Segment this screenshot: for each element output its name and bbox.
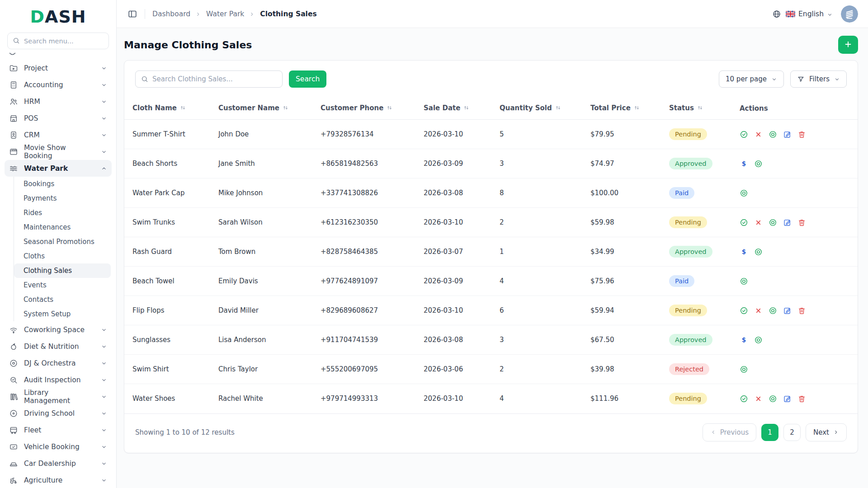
- table-search-input[interactable]: [135, 70, 283, 88]
- car-icon: [9, 459, 18, 468]
- column-header-sale-date[interactable]: Sale Date: [415, 98, 491, 120]
- reject-action-button[interactable]: [754, 306, 763, 315]
- sidebar-subitem-payments[interactable]: Payments: [14, 191, 111, 206]
- sidebar-item-agriculture[interactable]: Agriculture: [5, 472, 112, 488]
- column-header-total-price[interactable]: Total Price: [582, 98, 661, 120]
- view-action-button[interactable]: [769, 306, 777, 315]
- reject-action-button[interactable]: [754, 218, 763, 227]
- filters-button[interactable]: Filters: [790, 70, 847, 88]
- breadcrumb-water-park[interactable]: Water Park: [206, 10, 244, 18]
- edit-action-button[interactable]: [783, 306, 792, 315]
- page-button-1[interactable]: 1: [761, 424, 778, 441]
- delete-action-button[interactable]: [797, 306, 806, 315]
- view-action-button[interactable]: [740, 277, 748, 286]
- cell-quantity-sold: 5: [491, 120, 582, 149]
- sidebar-subitem-cloths[interactable]: Cloths: [14, 249, 111, 263]
- sidebar-item-hrm[interactable]: HRM: [5, 93, 112, 110]
- sidebar-item-project[interactable]: Project: [5, 60, 112, 76]
- column-header-cloth-name[interactable]: Cloth Name: [124, 98, 210, 120]
- sidebar-item-movie-show-booking[interactable]: Movie Show Booking: [5, 143, 112, 160]
- sidebar-subitem-rides[interactable]: Rides: [14, 206, 111, 220]
- delete-action-button[interactable]: [797, 394, 806, 403]
- sidebar-subitem-bookings[interactable]: Bookings: [14, 177, 111, 191]
- previous-page-button[interactable]: Previous: [703, 423, 756, 441]
- view-action-button[interactable]: [769, 130, 777, 139]
- next-page-button[interactable]: Next: [806, 423, 847, 441]
- cell-customer-phone: +865819482563: [312, 149, 415, 178]
- reject-action-button[interactable]: [754, 130, 763, 139]
- add-record-button[interactable]: [838, 36, 858, 54]
- sidebar-subitem-maintenances[interactable]: Maintenances: [14, 220, 111, 235]
- sidebar-subitem-seasonal-promotions[interactable]: Seasonal Promotions: [14, 235, 111, 249]
- sidebar-item-diet-nutrition[interactable]: Diet & Nutrition: [5, 338, 112, 355]
- sidebar-item-crm[interactable]: CRM: [5, 127, 112, 143]
- sidebar-item-label: Vehicle Booking: [24, 443, 80, 451]
- sidebar-item-fleet[interactable]: Fleet: [5, 422, 112, 438]
- sidebar-item-water-park[interactable]: Water Park: [5, 160, 112, 177]
- cell-quantity-sold: 2: [491, 208, 582, 237]
- sidebar-item-coworking-space[interactable]: Coworking Space: [5, 321, 112, 338]
- column-header-actions: Actions: [731, 98, 858, 120]
- edit-action-button[interactable]: [783, 218, 792, 227]
- view-action-button[interactable]: [769, 218, 777, 227]
- cell-status: Paid: [661, 267, 731, 296]
- sidebar-subitem-system-setup[interactable]: System Setup: [14, 307, 111, 321]
- edit-action-button[interactable]: [783, 394, 792, 403]
- sort-icon: [282, 104, 289, 113]
- pay-action-button[interactable]: $: [740, 248, 748, 256]
- view-action-button[interactable]: [740, 365, 748, 374]
- sidebar-search-input[interactable]: [7, 33, 109, 49]
- view-action-button[interactable]: [740, 189, 748, 197]
- approve-action-button[interactable]: [740, 306, 748, 315]
- approve-action-button[interactable]: [740, 218, 748, 227]
- column-header-customer-name[interactable]: Customer Name: [210, 98, 312, 120]
- sidebar-item-accounting[interactable]: Accounting: [5, 76, 112, 93]
- delete-action-button[interactable]: [797, 218, 806, 227]
- approve-action-button[interactable]: [740, 394, 748, 403]
- sidebar-item-dj-orchestra[interactable]: DJ & Orchestra: [5, 355, 112, 371]
- pos-icon: [9, 114, 18, 123]
- breadcrumb-dashboard[interactable]: Dashboard: [152, 10, 190, 18]
- edit-action-button[interactable]: [783, 130, 792, 139]
- cell-cloth-name: Summer T-Shirt: [124, 120, 210, 149]
- column-label: Actions: [740, 104, 768, 113]
- sidebar-item-vehicle-booking[interactable]: Vehicle Booking: [5, 438, 112, 455]
- language-selector[interactable]: English: [786, 10, 833, 18]
- per-page-select[interactable]: 10 per page: [719, 70, 784, 88]
- sidebar-item-audit-inspection[interactable]: Audit Inspection: [5, 371, 112, 388]
- sidebar-item-driving-school[interactable]: Driving School: [5, 405, 112, 422]
- sidebar-subitem-contacts[interactable]: Contacts: [14, 292, 111, 307]
- sidebar-item-pos[interactable]: POS: [5, 110, 112, 127]
- avatar[interactable]: [841, 5, 858, 23]
- cell-customer-name: Sarah Wilson: [210, 208, 312, 237]
- pay-action-button[interactable]: $: [740, 160, 748, 168]
- cell-sale-date: 2026-03-08: [415, 325, 491, 355]
- sidebar-toggle-icon[interactable]: [127, 9, 137, 19]
- sidebar-subitem-clothing-sales[interactable]: Clothing Sales: [14, 263, 111, 278]
- pay-action-button[interactable]: $: [740, 336, 748, 344]
- view-action-button[interactable]: [754, 248, 763, 256]
- globe-icon[interactable]: [772, 9, 781, 19]
- cell-actions: $: [731, 149, 858, 178]
- status-badge: Approved: [669, 246, 712, 258]
- approve-action-button[interactable]: [740, 130, 748, 139]
- view-action-button[interactable]: [769, 394, 777, 403]
- sidebar-item-library-management[interactable]: Library Management: [5, 388, 112, 405]
- search-button[interactable]: Search: [289, 70, 326, 88]
- cell-status: Approved: [661, 237, 731, 267]
- delete-action-button[interactable]: [797, 130, 806, 139]
- search-icon: [12, 37, 20, 45]
- view-action-button[interactable]: [754, 160, 763, 168]
- chevron-down-icon: [101, 394, 107, 400]
- clothing-sales-table: Cloth NameCustomer NameCustomer PhoneSal…: [124, 98, 858, 413]
- cell-status: Pending: [661, 384, 731, 413]
- cell-quantity-sold: 4: [491, 267, 582, 296]
- column-header-customer-phone[interactable]: Customer Phone: [312, 98, 415, 120]
- column-header-status[interactable]: Status: [661, 98, 731, 120]
- page-button-2[interactable]: 2: [783, 424, 801, 441]
- sidebar-item-car-dealership[interactable]: Car Dealership: [5, 455, 112, 472]
- reject-action-button[interactable]: [754, 394, 763, 403]
- column-header-quantity-sold[interactable]: Quantity Sold: [491, 98, 582, 120]
- view-action-button[interactable]: [754, 336, 763, 344]
- sidebar-subitem-events[interactable]: Events: [14, 278, 111, 292]
